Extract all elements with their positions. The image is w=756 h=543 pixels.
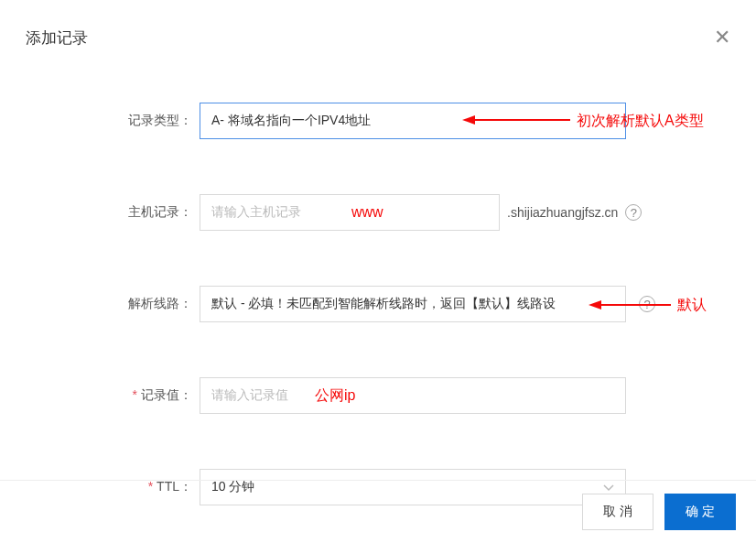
label-host-record: 主机记录：	[128, 204, 200, 221]
annotation-route: 默认	[677, 296, 707, 315]
dialog-title: 添加记录	[26, 27, 88, 49]
input-host-record[interactable]: 请输入主机记录	[200, 194, 500, 231]
route-value: 默认 - 必填！未匹配到智能解析线路时，返回【默认】线路设	[211, 296, 556, 312]
label-record-type: 记录类型：	[128, 113, 200, 129]
select-record-type[interactable]: A- 将域名指向一个IPV4地址	[200, 103, 626, 139]
form-body: 记录类型： A- 将域名指向一个IPV4地址 初次解析默认A类型 主机记录： 请…	[0, 103, 756, 505]
dialog-footer: 取 消 确 定	[0, 480, 756, 543]
host-record-placeholder: 请输入主机记录	[211, 204, 301, 221]
confirm-button[interactable]: 确 定	[664, 494, 736, 530]
close-icon[interactable]: ✕	[714, 26, 730, 49]
record-value-placeholder: 请输入记录值	[211, 387, 288, 404]
label-route: 解析线路：	[128, 296, 200, 312]
annotation-value: 公网ip	[315, 386, 355, 406]
row-record-type: 记录类型： A- 将域名指向一个IPV4地址 初次解析默认A类型	[128, 103, 683, 139]
annotation-host: www	[351, 204, 383, 221]
record-type-value: A- 将域名指向一个IPV4地址	[211, 113, 371, 129]
row-route: 解析线路： 默认 - 必填！未匹配到智能解析线路时，返回【默认】线路设 ? 默认	[128, 286, 683, 322]
row-record-value: 记录值： 请输入记录值 公网ip	[128, 377, 683, 414]
help-icon[interactable]: ?	[639, 296, 655, 312]
annotation-record-type: 初次解析默认A类型	[577, 112, 704, 131]
select-route[interactable]: 默认 - 必填！未匹配到智能解析线路时，返回【默认】线路设	[200, 286, 626, 322]
host-record-suffix: .shijiazhuangjfsz.cn	[507, 205, 618, 220]
input-record-value[interactable]: 请输入记录值	[200, 377, 626, 414]
row-host-record: 主机记录： 请输入主机记录 .shijiazhuangjfsz.cn ? www	[128, 194, 683, 231]
label-record-value: 记录值：	[128, 387, 200, 404]
dialog-header: 添加记录 ✕	[0, 0, 756, 59]
cancel-button[interactable]: 取 消	[582, 494, 653, 530]
help-icon[interactable]: ?	[625, 204, 642, 221]
